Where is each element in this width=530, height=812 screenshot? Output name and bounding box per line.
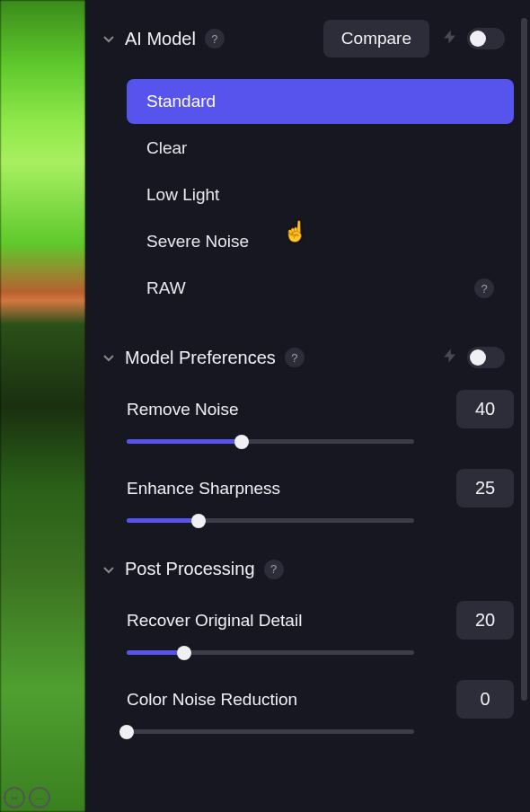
background-preview — [0, 0, 85, 812]
model-prefs-toggle[interactable] — [467, 347, 505, 368]
slider-thumb[interactable] — [234, 435, 249, 449]
slider-value-input[interactable]: 0 — [456, 680, 514, 719]
slider-enhance-sharpness: Enhance Sharpness 25 — [127, 469, 514, 523]
ai-model-section-header: AI Model ? Compare — [102, 20, 514, 57]
slider-label: Recover Original Detail — [127, 611, 302, 631]
slider-value-input[interactable]: 40 — [456, 390, 514, 428]
slider-label: Remove Noise — [127, 400, 239, 419]
model-prefs-section-header: Model Preferences ? — [102, 347, 514, 368]
slider-label: Enhance Sharpness — [127, 479, 280, 499]
model-item-low-light[interactable]: Low Light — [127, 172, 514, 217]
ai-model-list: Standard Clear Low Light Severe Noise RA… — [127, 79, 514, 311]
chevron-down-icon[interactable] — [102, 562, 116, 577]
model-item-label: Standard — [146, 92, 216, 111]
slider-thumb[interactable] — [177, 646, 191, 660]
slider-fill — [127, 439, 242, 444]
bottom-status-icons: •• — — [4, 787, 50, 808]
help-icon[interactable]: ? — [264, 560, 284, 579]
scrollbar[interactable] — [521, 18, 527, 701]
status-circle-icon: — — [29, 787, 50, 808]
bolt-icon — [442, 348, 458, 368]
settings-panel: AI Model ? Compare Standard Clear Low Li… — [85, 0, 530, 812]
slider-color-noise-reduction: Color Noise Reduction 0 — [127, 680, 514, 734]
model-prefs-sliders: Remove Noise 40 Enhance Sharpness 25 — [127, 390, 514, 523]
post-proc-sliders: Recover Original Detail 20 Color Noise R… — [127, 601, 514, 734]
model-item-clear[interactable]: Clear — [127, 126, 514, 171]
slider-fill — [127, 650, 184, 655]
post-proc-section-header: Post Processing ? — [102, 559, 514, 579]
bolt-icon — [442, 29, 458, 49]
ai-model-title: AI Model — [125, 29, 196, 49]
model-item-label: RAW — [146, 278, 186, 298]
chevron-down-icon[interactable] — [102, 31, 116, 46]
slider-value-input[interactable]: 25 — [456, 469, 514, 508]
slider-track[interactable] — [127, 729, 414, 734]
slider-track[interactable] — [127, 439, 414, 444]
slider-recover-detail: Recover Original Detail 20 — [127, 601, 514, 655]
toggle-knob — [470, 31, 486, 47]
post-proc-title: Post Processing — [125, 559, 255, 579]
slider-remove-noise: Remove Noise 40 — [127, 390, 514, 444]
slider-value-input[interactable]: 20 — [456, 601, 514, 640]
help-icon[interactable]: ? — [205, 29, 225, 49]
model-item-standard[interactable]: Standard — [127, 79, 514, 124]
model-item-label: Clear — [146, 138, 187, 158]
slider-fill — [127, 518, 199, 523]
status-circle-icon: •• — [4, 787, 25, 808]
chevron-down-icon[interactable] — [102, 350, 116, 365]
compare-button[interactable]: Compare — [323, 20, 429, 57]
help-icon[interactable]: ? — [285, 348, 305, 367]
slider-label: Color Noise Reduction — [127, 690, 297, 710]
slider-track[interactable] — [127, 518, 414, 523]
ai-model-toggle[interactable] — [467, 28, 505, 49]
slider-thumb[interactable] — [119, 725, 134, 739]
toggle-knob — [470, 349, 486, 366]
model-item-severe-noise[interactable]: Severe Noise — [127, 219, 514, 264]
slider-track[interactable] — [127, 650, 414, 655]
slider-thumb[interactable] — [191, 514, 206, 528]
model-item-raw[interactable]: RAW ? — [127, 266, 514, 311]
help-icon[interactable]: ? — [474, 278, 494, 298]
model-prefs-title: Model Preferences — [125, 348, 276, 368]
model-item-label: Low Light — [146, 185, 219, 205]
model-item-label: Severe Noise — [146, 232, 249, 252]
